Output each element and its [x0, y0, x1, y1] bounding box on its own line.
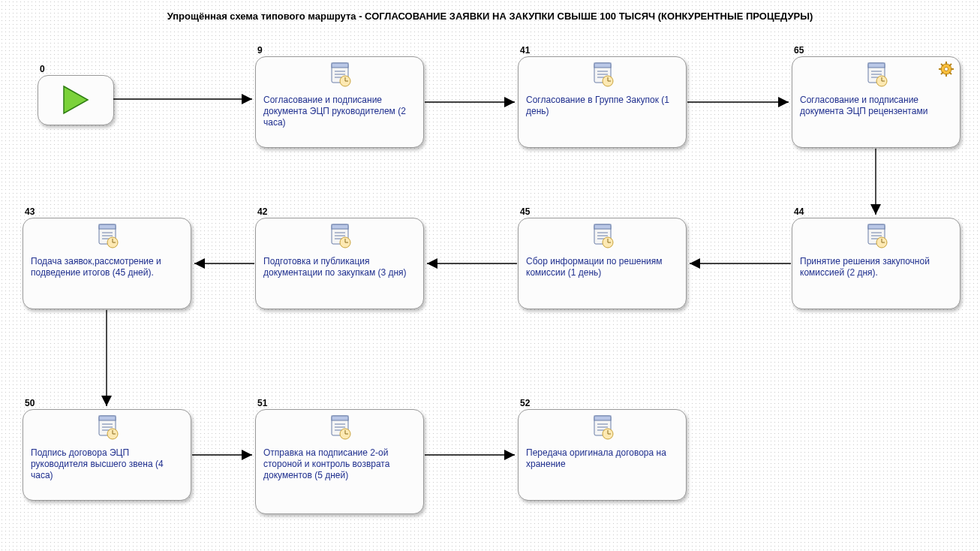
node-text: Согласование и подписание документа ЭЦП …: [800, 95, 952, 117]
node-id-label: 51: [257, 398, 267, 408]
document-clock-icon: [95, 414, 120, 442]
node-text: Подготовка и публикация документации по …: [263, 256, 416, 279]
document-clock-icon: [864, 62, 889, 89]
node-text: Подача заявок,рассмотрение и подведение …: [31, 256, 183, 279]
svg-line-25: [949, 64, 951, 66]
document-clock-icon: [327, 414, 353, 442]
task-node-65[interactable]: 65 Согласование и подписание документа Э…: [792, 56, 960, 148]
play-icon: [61, 85, 91, 115]
node-id-label: 0: [40, 64, 45, 74]
task-node-43[interactable]: 43 Подача заявок,рассмотрение и подведен…: [23, 218, 191, 309]
node-id-label: 65: [794, 45, 804, 56]
node-id-label: 9: [257, 45, 263, 56]
node-text: Сбор информации по решениям комиссии (1 …: [526, 256, 678, 279]
document-clock-icon: [95, 223, 120, 251]
svg-line-24: [949, 72, 951, 74]
start-node[interactable]: 0: [38, 75, 114, 125]
node-id-label: 45: [520, 206, 530, 217]
svg-rect-68: [99, 416, 116, 420]
svg-rect-36: [868, 224, 885, 229]
document-clock-icon: [864, 223, 889, 251]
node-text: Согласование в Группе Закупок (1 день): [526, 95, 678, 117]
node-text: Подпись договора ЭЦП руководителя высшег…: [31, 447, 183, 481]
task-node-9[interactable]: 9 Согласование и подписание документа ЭЦ…: [255, 56, 424, 148]
node-id-label: 52: [520, 398, 530, 408]
document-clock-icon: [327, 223, 353, 251]
task-node-52[interactable]: 52 Передача оригинала договора на хранен…: [518, 409, 687, 501]
svg-rect-28: [868, 63, 885, 68]
node-id-label: 44: [794, 206, 804, 217]
task-node-51[interactable]: 51 Отправка на подписание 2-ой стороной …: [255, 409, 424, 514]
svg-rect-76: [332, 416, 348, 420]
task-node-50[interactable]: 50 Подпись договора ЭЦП руководителя выс…: [23, 409, 191, 501]
svg-rect-2: [332, 63, 348, 68]
node-id-label: 42: [257, 206, 267, 217]
node-id-label: 41: [520, 45, 530, 56]
node-text: Передача оригинала договора на хранение: [526, 447, 678, 470]
document-clock-icon: [590, 62, 615, 89]
svg-rect-84: [594, 416, 611, 420]
diagram-title: Упрощённая схема типового маршрута - СОГ…: [0, 11, 980, 22]
node-text: Принятие решения закупочной комиссией (2…: [800, 256, 952, 279]
svg-rect-10: [594, 63, 611, 68]
task-node-45[interactable]: 45 Сбор информации по решениям комиссии …: [518, 218, 687, 309]
node-text: Отправка на подписание 2-ой стороной и к…: [263, 447, 416, 481]
task-node-41[interactable]: 41 Согласование в Группе Закупок (1 день…: [518, 56, 687, 148]
document-clock-icon: [590, 223, 615, 251]
document-clock-icon: [590, 414, 615, 442]
node-text: Согласование и подписание документа ЭЦП …: [263, 95, 416, 128]
svg-rect-52: [332, 224, 348, 229]
svg-marker-0: [64, 86, 88, 113]
gear-icon: [939, 62, 954, 79]
svg-line-23: [941, 64, 943, 66]
task-node-42[interactable]: 42 Подготовка и публикация документации …: [255, 218, 424, 309]
svg-rect-44: [594, 224, 611, 229]
svg-line-26: [941, 72, 943, 74]
document-clock-icon: [327, 62, 353, 89]
node-id-label: 43: [25, 206, 35, 217]
svg-point-18: [945, 68, 948, 71]
svg-rect-60: [99, 224, 116, 229]
task-node-44[interactable]: 44 Принятие решения закупочной комиссией…: [792, 218, 960, 309]
node-id-label: 50: [25, 398, 35, 408]
